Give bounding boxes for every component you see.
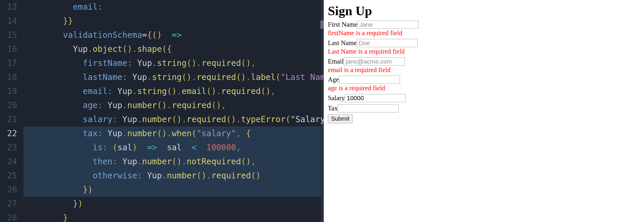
code-line[interactable]: email: bbox=[23, 0, 324, 14]
input-tax[interactable] bbox=[338, 104, 399, 112]
line-number: 22 bbox=[0, 127, 17, 141]
code-line[interactable]: tax: Yup.number().when("salary", { bbox=[23, 127, 324, 141]
line-number: 18 bbox=[0, 70, 17, 84]
line-number: 24 bbox=[0, 155, 17, 169]
field-last-name: Last Name bbox=[328, 39, 640, 47]
line-number: 15 bbox=[0, 28, 17, 42]
line-number: 20 bbox=[0, 98, 17, 112]
scrollbar[interactable] bbox=[321, 0, 324, 222]
label-tax: Tax bbox=[328, 105, 338, 112]
input-last-name[interactable] bbox=[357, 39, 418, 47]
line-number: 23 bbox=[0, 141, 17, 155]
line-number: 19 bbox=[0, 84, 17, 98]
error-email: email is a required field bbox=[328, 66, 640, 74]
code-line[interactable]: email: Yup.string().email().required(), bbox=[23, 84, 324, 98]
error-last-name: Last Name is a required field bbox=[328, 48, 640, 55]
line-number: 13 bbox=[0, 0, 17, 14]
code-line[interactable]: }) bbox=[23, 183, 324, 197]
line-number: 17 bbox=[0, 56, 17, 70]
input-age[interactable] bbox=[339, 76, 400, 84]
code-line[interactable]: then: Yup.number().notRequired(), bbox=[23, 155, 324, 169]
code-content[interactable]: email: }} validationSchema={() => Yup.ob… bbox=[23, 0, 324, 222]
app-preview: Sign Up First Name firstName is a requir… bbox=[324, 0, 644, 222]
field-first-name: First Name bbox=[328, 20, 640, 29]
code-line[interactable]: otherwise: Yup.number().required() bbox=[23, 169, 324, 183]
code-line[interactable]: is: (sal) => sal < 100000, bbox=[23, 141, 324, 155]
input-first-name[interactable] bbox=[357, 21, 418, 29]
code-line[interactable]: validationSchema={() => bbox=[23, 28, 324, 42]
input-email[interactable] bbox=[344, 57, 405, 66]
error-first-name: firstName is a required field bbox=[328, 29, 640, 37]
input-salary[interactable] bbox=[345, 94, 406, 102]
error-age: age is a required field bbox=[328, 84, 640, 92]
code-line[interactable]: salary: Yup.number().required().typeErro… bbox=[23, 112, 324, 127]
field-tax: Tax bbox=[328, 104, 640, 112]
label-first-name: First Name bbox=[328, 21, 357, 28]
line-number: 26 bbox=[0, 183, 17, 197]
line-number: 21 bbox=[0, 112, 17, 127]
line-number: 27 bbox=[0, 197, 17, 211]
code-line[interactable]: }) bbox=[23, 197, 324, 211]
form-heading: Sign Up bbox=[328, 4, 640, 18]
line-number: 28 bbox=[0, 211, 17, 222]
label-email: Email bbox=[328, 58, 344, 65]
label-salary: Salary bbox=[328, 94, 345, 102]
line-number: 16 bbox=[0, 42, 17, 56]
code-line[interactable]: age: Yup.number().required(), bbox=[23, 98, 324, 112]
code-line[interactable]: lastName: Yup.string().required().label(… bbox=[23, 70, 324, 84]
code-editor[interactable]: 13 14 15 16 17 18 19 20 21 22 23 24 25 2… bbox=[0, 0, 324, 222]
line-number: 14 bbox=[0, 14, 17, 28]
field-email: Email bbox=[328, 57, 640, 66]
label-last-name: Last Name bbox=[328, 39, 357, 47]
label-age: Age bbox=[328, 76, 339, 83]
code-line[interactable]: firstName: Yup.string().required(), bbox=[23, 56, 324, 70]
code-line[interactable]: }} bbox=[23, 14, 324, 28]
field-salary: Salary bbox=[328, 94, 640, 102]
code-line[interactable]: Yup.object().shape({ bbox=[23, 42, 324, 56]
code-line[interactable]: } bbox=[23, 211, 324, 222]
line-number-gutter: 13 14 15 16 17 18 19 20 21 22 23 24 25 2… bbox=[0, 0, 19, 222]
line-number: 25 bbox=[0, 169, 17, 183]
field-age: Age bbox=[328, 76, 640, 84]
submit-button[interactable]: Submit bbox=[328, 114, 352, 123]
